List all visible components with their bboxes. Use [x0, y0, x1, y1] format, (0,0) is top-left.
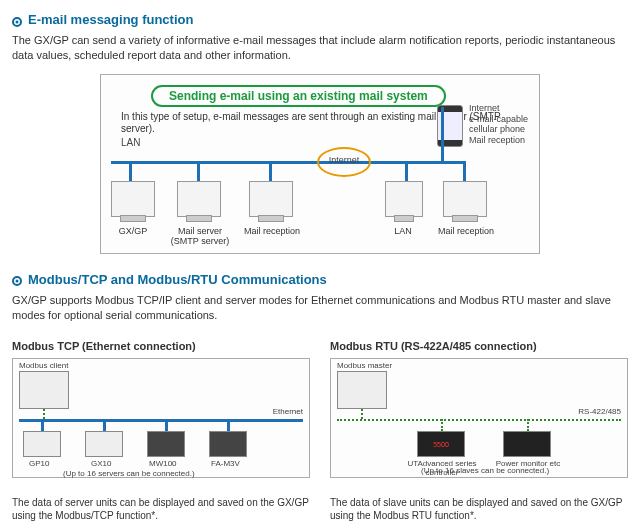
svg-point-1 [16, 20, 19, 23]
device-uta: 5500 [417, 431, 465, 457]
device-gx10 [85, 431, 123, 457]
label-gxgp: GX/GP [111, 227, 155, 237]
client-device-icon [19, 371, 69, 409]
section-modbus-header: Modbus/TCP and Modbus/RTU Communications [12, 272, 628, 287]
phone-caption: Internet e-mail-capable cellular phone M… [469, 103, 533, 146]
label-lan: LAN [381, 227, 425, 237]
rtu-foot1: The data of slave units can be displayed… [330, 496, 628, 522]
label-modbus-master: Modbus master [337, 361, 392, 370]
drop-4 [405, 161, 408, 181]
d1 [41, 419, 44, 431]
device-mailserver [177, 181, 221, 217]
section-email-title: E-mail messaging function [28, 12, 193, 27]
ethernet-line [19, 419, 303, 422]
modbus-tcp-diagram: Modbus client Ethernet GP10 GX10 MW100 F… [12, 358, 310, 478]
d2 [103, 419, 106, 431]
device-lan-router [385, 181, 423, 217]
label-ethernet: Ethernet [273, 407, 303, 416]
client-drop [43, 409, 45, 419]
drop-5 [463, 161, 466, 181]
drop-1 [129, 161, 132, 181]
modbus-tcp-header: Modbus TCP (Ethernet connection) [12, 340, 310, 352]
dr2 [527, 419, 529, 431]
device-gp10 [23, 431, 61, 457]
label-rtu-caption: (Up to 16 slaves can be connected.) [421, 466, 549, 475]
label-fam3v: FA-M3V [211, 459, 240, 468]
diagram-subtext: In this type of setup, e-mail messages a… [121, 111, 529, 135]
device-gxgp [111, 181, 155, 217]
link-internet [369, 161, 405, 164]
device-fam3v [209, 431, 247, 457]
modbus-rtu-col: Modbus RTU (RS-422A/485 connection) Modb… [330, 334, 628, 530]
d4 [227, 419, 230, 431]
d3 [165, 419, 168, 431]
label-rs485: RS-422/485 [578, 407, 621, 416]
email-diagram: Sending e-mail using an existing mail sy… [100, 74, 540, 254]
master-device-icon [337, 371, 387, 409]
label-gx10: GX10 [91, 459, 111, 468]
modbus-columns: Modbus TCP (Ethernet connection) Modbus … [12, 334, 628, 530]
rs485-line [337, 419, 621, 421]
network-row: Internet GX/GP Mail server (SMTP server)… [111, 153, 529, 243]
internet-cloud: Internet [317, 147, 371, 177]
diagram-lan-label: LAN [121, 137, 529, 148]
drop-phone [441, 107, 444, 161]
tcp-foot1: The data of server units can be displaye… [12, 496, 310, 522]
label-modbus-client: Modbus client [19, 361, 68, 370]
bullet-icon [12, 15, 22, 25]
modbus-intro: GX/GP supports Modbus TCP/IP client and … [12, 293, 628, 324]
email-intro: The GX/GP can send a variety of informat… [12, 33, 628, 64]
device-pmon [503, 431, 551, 457]
lan-line-right [405, 161, 465, 164]
section-modbus-title: Modbus/TCP and Modbus/RTU Communications [28, 272, 327, 287]
modbus-rtu-header: Modbus RTU (RS-422A/485 connection) [330, 340, 628, 352]
section-email-header: E-mail messaging function [12, 12, 628, 27]
label-mailserver: Mail server (SMTP server) [165, 227, 235, 247]
label-tcp-caption: (Up to 16 servers can be connected.) [63, 469, 195, 478]
drop-3 [269, 161, 272, 181]
drop-2 [197, 161, 200, 181]
bullet-icon [12, 274, 22, 284]
modbus-tcp-col: Modbus TCP (Ethernet connection) Modbus … [12, 334, 310, 530]
modbus-rtu-diagram: Modbus master RS-422/485 5500 UTAdvanced… [330, 358, 628, 478]
device-mw100 [147, 431, 185, 457]
label-mw100: MW100 [149, 459, 177, 468]
diagram-banner: Sending e-mail using an existing mail sy… [151, 85, 446, 107]
device-mailrecept1 [249, 181, 293, 217]
label-gp10: GP10 [29, 459, 49, 468]
svg-point-3 [16, 280, 19, 283]
dr1 [441, 419, 443, 431]
label-mailrecept2: Mail reception [431, 227, 501, 237]
master-drop [361, 409, 363, 419]
device-mailrecept2 [443, 181, 487, 217]
label-mailrecept1: Mail reception [237, 227, 307, 237]
